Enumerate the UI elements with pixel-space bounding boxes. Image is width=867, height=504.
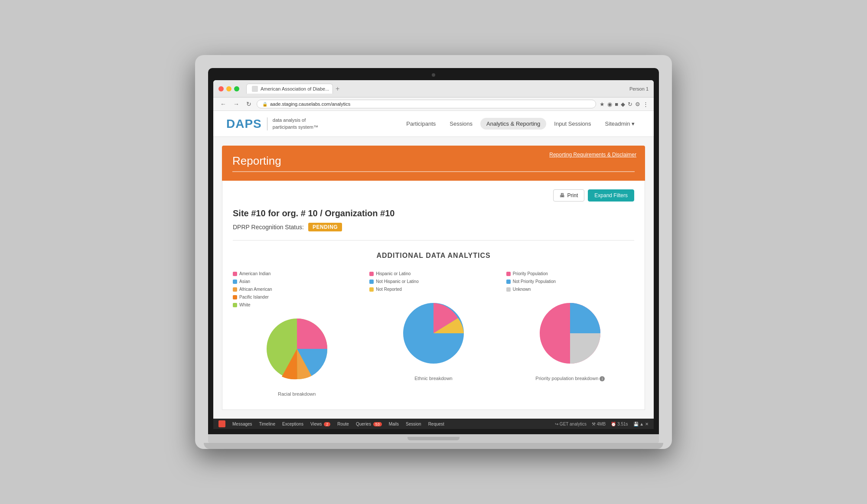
reporting-requirements-link[interactable]: Reporting Requirements & Disclaimer xyxy=(549,152,636,158)
racial-chart-label: Racial breakdown xyxy=(278,391,316,397)
info-icon[interactable]: i xyxy=(600,376,605,381)
section-divider xyxy=(233,240,634,241)
debug-session[interactable]: Session xyxy=(406,422,421,426)
camera xyxy=(432,73,435,77)
debug-bar: Messages Timeline Exceptions Views 2 Rou… xyxy=(213,419,654,429)
print-icon: 🖶 xyxy=(560,192,565,198)
app-logo: DAPS data analysis of participants syste… xyxy=(226,117,318,131)
legend-dot-not-priority xyxy=(506,280,511,284)
reporting-title-underline xyxy=(232,171,635,172)
logo-subtitle: data analysis of participants system™ xyxy=(273,117,318,130)
debug-queries[interactable]: Queries 53 xyxy=(356,422,382,426)
nav-input-sessions[interactable]: Input Sessions xyxy=(548,118,597,130)
priority-chart-label: Priority population breakdown i xyxy=(535,376,605,381)
extension-icon-2[interactable]: ■ xyxy=(615,101,618,107)
active-tab[interactable]: American Association of Diabe... × xyxy=(246,84,333,94)
browser-addressbar: ← → ↻ 🔒 aade.staging.causelabs.com/analy… xyxy=(213,98,654,111)
app-content: DAPS data analysis of participants syste… xyxy=(213,111,654,429)
charts-section: ADDITIONAL DATA ANALYTICS American India… xyxy=(233,247,634,401)
settings-icon[interactable]: ⚙ xyxy=(635,101,640,107)
ethnic-chart xyxy=(399,299,468,368)
debug-right: ↪ GET analytics ⚒ 4MB ⏰ 3.51s 💾 ▲ ✕ xyxy=(555,422,649,426)
legend-not-hispanic: Not Hispanic or Latino xyxy=(369,278,418,286)
debug-request[interactable]: Request xyxy=(428,422,444,426)
debug-memory: ⚒ 4MB xyxy=(592,422,606,426)
legend-dot-not-hispanic xyxy=(369,280,374,284)
legend-dot-african-american xyxy=(233,287,237,292)
nav-analytics-reporting[interactable]: Analytics & Reporting xyxy=(480,118,546,130)
legend-dot-unknown xyxy=(506,287,511,292)
ethnic-chart-container: Hispanic or Latino Not Hispanic or Latin… xyxy=(369,270,497,381)
nav-siteadmin[interactable]: Siteadmin ▾ xyxy=(599,118,641,130)
app-nav: DAPS data analysis of participants syste… xyxy=(213,111,654,137)
nav-participants[interactable]: Participants xyxy=(400,118,442,130)
debug-method: ↪ GET analytics xyxy=(555,422,587,426)
dprp-status-row: DPRP Recognition Status: PENDING xyxy=(233,223,634,231)
url-text: aade.staging.causelabs.com/analytics xyxy=(270,101,350,107)
expand-label: Expand Filters xyxy=(594,192,628,198)
debug-timeline[interactable]: Timeline xyxy=(259,422,275,426)
legend-asian: Asian xyxy=(233,278,272,286)
laptop-bottom xyxy=(208,434,659,443)
reporting-banner: Reporting Requirements & Disclaimer Repo… xyxy=(222,146,645,181)
legend-dot-pacific-islander xyxy=(233,295,237,299)
debug-exceptions[interactable]: Exceptions xyxy=(282,422,303,426)
expand-filters-button[interactable]: Expand Filters xyxy=(588,189,634,202)
debug-mails[interactable]: Mails xyxy=(389,422,399,426)
debug-views[interactable]: Views 2 xyxy=(310,422,330,426)
nav-sessions[interactable]: Sessions xyxy=(443,118,479,130)
priority-chart-legend: Priority Population Not Priority Populat… xyxy=(506,270,556,293)
legend-dot-white xyxy=(233,303,237,307)
priority-chart-container: Priority Population Not Priority Populat… xyxy=(506,270,634,381)
debug-messages[interactable]: Messages xyxy=(232,422,252,426)
reload-button[interactable]: ↻ xyxy=(244,100,253,108)
nav-links: Participants Sessions Analytics & Report… xyxy=(400,118,641,130)
legend-hispanic: Hispanic or Latino xyxy=(369,270,418,278)
legend-dot-not-reported xyxy=(369,287,374,292)
close-button[interactable] xyxy=(218,86,224,91)
maximize-button[interactable] xyxy=(234,86,239,91)
legend-unknown: Unknown xyxy=(506,286,556,293)
browser-user: Person 1 xyxy=(629,86,649,91)
legend-white: White xyxy=(233,301,272,309)
racial-chart-container: American Indian Asian Afri xyxy=(233,270,361,397)
menu-icon[interactable]: ⋮ xyxy=(643,101,649,107)
bookmark-icon[interactable]: ★ xyxy=(600,101,605,107)
legend-dot-priority-pop xyxy=(506,272,511,276)
racial-chart-legend: American Indian Asian Afri xyxy=(233,270,272,309)
extension-icon-1[interactable]: ◉ xyxy=(607,101,612,107)
page-content: Reporting Requirements & Disclaimer Repo… xyxy=(213,137,654,419)
laptop-base xyxy=(204,443,663,449)
debug-route[interactable]: Route xyxy=(337,422,349,426)
logo-divider xyxy=(267,117,267,130)
debug-time: ⏰ 3.51s xyxy=(611,422,628,426)
charts-title: ADDITIONAL DATA ANALYTICS xyxy=(233,252,634,260)
charts-row: American Indian Asian Afri xyxy=(233,270,634,397)
extension-icon-3[interactable]: ◆ xyxy=(621,101,625,107)
minimize-button[interactable] xyxy=(226,86,231,91)
screen-bezel: American Association of Diabe... × + Per… xyxy=(208,68,659,434)
legend-american-indian: American Indian xyxy=(233,270,272,278)
new-tab-button[interactable]: + xyxy=(336,85,339,93)
refresh-icon[interactable]: ↻ xyxy=(628,101,632,107)
ethnic-chart-label: Ethnic breakdown xyxy=(414,376,452,381)
browser-window: American Association of Diabe... × + Per… xyxy=(213,80,654,429)
legend-not-reported: Not Reported xyxy=(369,286,418,293)
forward-button[interactable]: → xyxy=(231,100,241,108)
racial-chart xyxy=(262,314,332,384)
legend-priority-pop: Priority Population xyxy=(506,270,556,278)
laptop-notch xyxy=(407,437,460,440)
browser-icons: ★ ◉ ■ ◆ ↻ ⚙ ⋮ xyxy=(600,101,649,107)
legend-dot-asian xyxy=(233,280,237,284)
legend-not-priority: Not Priority Population xyxy=(506,278,556,286)
address-bar[interactable]: 🔒 aade.staging.causelabs.com/analytics xyxy=(257,100,596,108)
ssl-icon: 🔒 xyxy=(262,102,267,107)
content-toolbar: 🖶 Print Expand Filters xyxy=(233,189,634,202)
status-badge: PENDING xyxy=(308,223,342,231)
ethnic-chart-legend: Hispanic or Latino Not Hispanic or Latin… xyxy=(369,270,418,293)
print-button[interactable]: 🖶 Print xyxy=(553,189,585,202)
legend-dot-american-indian xyxy=(233,272,237,276)
tab-favicon xyxy=(252,86,258,92)
legend-african-american: African American xyxy=(233,286,272,293)
back-button[interactable]: ← xyxy=(218,100,228,108)
